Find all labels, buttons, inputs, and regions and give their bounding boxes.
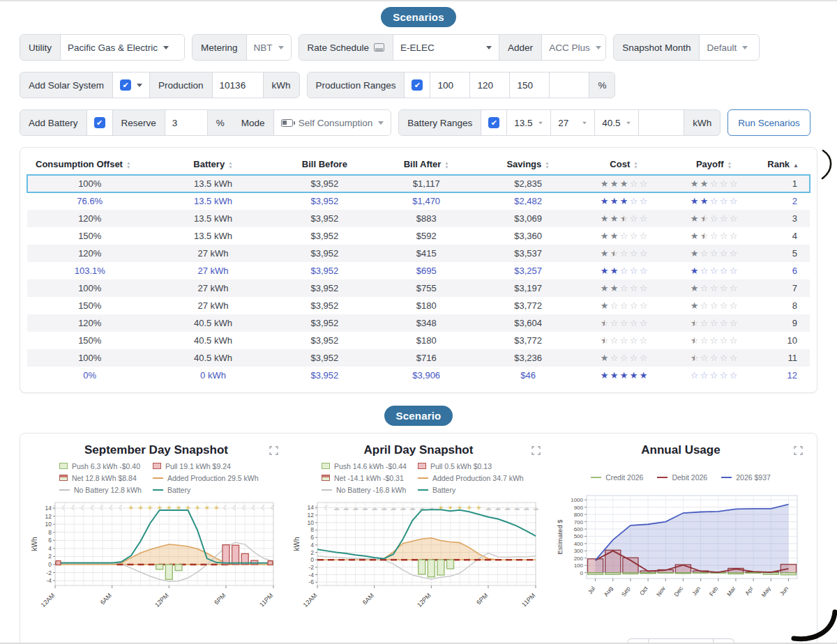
svg-text:☾: ☾ bbox=[232, 504, 239, 512]
column-header-cost[interactable]: Cost▲▼ bbox=[579, 152, 669, 175]
column-header-bill-after[interactable]: Bill After▲▼ bbox=[375, 152, 477, 175]
adder-select[interactable]: ACC Plus bbox=[541, 35, 605, 60]
svg-text:☁: ☁ bbox=[342, 504, 349, 512]
table-row[interactable]: 100%13.5 kWh$3,952$1,117$2,835★★★☆☆★★☆☆☆… bbox=[27, 175, 810, 192]
expand-icon[interactable] bbox=[794, 445, 803, 458]
table-row[interactable]: 100%27 kWh$3,952$755$3,197★★☆☆☆★☆☆☆☆7 bbox=[27, 279, 810, 297]
battery-range-2-input[interactable] bbox=[558, 118, 579, 128]
range1-cell bbox=[430, 72, 469, 98]
column-header-rank[interactable]: Rank▲ bbox=[759, 152, 810, 175]
svg-text:8: 8 bbox=[310, 526, 314, 533]
legend-swatch-icon bbox=[59, 475, 68, 481]
utility-select[interactable]: Pacific Gas & Electric bbox=[60, 35, 184, 60]
expand-icon[interactable] bbox=[269, 445, 278, 458]
legend-item: Added Production 29.5 kWh bbox=[153, 473, 259, 482]
battery-range-4-input[interactable] bbox=[646, 118, 677, 128]
legend-swatch-icon bbox=[418, 463, 426, 469]
metering-label: Metering bbox=[193, 35, 246, 60]
run-scenarios-button[interactable]: Run Scenarios bbox=[727, 109, 810, 136]
add-solar-checkbox[interactable]: ✔ bbox=[112, 72, 149, 98]
svg-text:☾: ☾ bbox=[252, 504, 258, 512]
table-row[interactable]: 103.1%27 kWh$3,952$695$3,257★★☆☆☆★☆☆☆☆6 bbox=[27, 262, 810, 279]
battery-range-3-input[interactable] bbox=[602, 118, 623, 128]
svg-text:☾: ☾ bbox=[109, 504, 115, 512]
svg-text:300: 300 bbox=[574, 548, 584, 554]
svg-text:6: 6 bbox=[310, 534, 314, 541]
annual-month-button[interactable]: July bbox=[649, 638, 713, 644]
add-battery-checkbox[interactable]: ✔ bbox=[86, 110, 112, 135]
rate-schedule-icon bbox=[374, 43, 384, 52]
table-row[interactable]: 120%27 kWh$3,952$415$3,537★☆★☆☆☆★☆☆☆☆5 bbox=[27, 245, 810, 262]
sort-icon: ▲▼ bbox=[444, 161, 448, 169]
svg-text:Oct: Oct bbox=[638, 585, 649, 597]
adder-label: Adder bbox=[499, 35, 541, 60]
table-row[interactable]: 0%0 kWh$3,952$3,906$46★★★★★☆☆☆☆☆12 bbox=[27, 367, 810, 384]
svg-text:6PM: 6PM bbox=[213, 592, 227, 606]
svg-text:Aug: Aug bbox=[603, 585, 614, 597]
svg-text:6AM: 6AM bbox=[99, 592, 113, 606]
star-rating: ★☆☆☆☆ bbox=[690, 249, 738, 258]
svg-text:☁: ☁ bbox=[371, 504, 378, 512]
star-rating: ★☆★☆☆☆ bbox=[690, 231, 738, 240]
battery-ranges-group: Battery Ranges ✔ kWh bbox=[398, 109, 721, 136]
svg-text:kWh: kWh bbox=[31, 537, 38, 551]
column-header-consumption-offset[interactable]: Consumption Offset▲▼ bbox=[27, 152, 153, 175]
sort-icon: ▲▼ bbox=[633, 161, 638, 169]
production-input[interactable] bbox=[220, 80, 256, 91]
production-ranges-checkbox[interactable]: ✔ bbox=[404, 72, 430, 98]
battery-range-1-input[interactable] bbox=[514, 118, 535, 128]
production-range-4-input[interactable] bbox=[557, 80, 582, 91]
svg-text:4: 4 bbox=[48, 545, 52, 552]
expand-icon[interactable] bbox=[531, 445, 541, 458]
table-row[interactable]: 150%40.5 kWh$3,952$180$3,772☆★☆☆☆☆☆★☆☆☆☆… bbox=[27, 332, 810, 349]
table-row[interactable]: 150%13.5 kWh$3,952$592$3,360★★☆☆☆★☆★☆☆☆4 bbox=[27, 227, 810, 245]
svg-text:Jul: Jul bbox=[587, 585, 596, 595]
svg-text:☁: ☁ bbox=[485, 504, 492, 512]
svg-text:-2: -2 bbox=[308, 564, 314, 571]
battery-ranges-unit: kWh bbox=[684, 110, 720, 135]
column-header-battery[interactable]: Battery▲▼ bbox=[153, 152, 274, 175]
production-range-1-input[interactable] bbox=[437, 80, 462, 91]
column-header-payoff[interactable]: Payoff▲▼ bbox=[669, 152, 759, 175]
production-range-3-input[interactable] bbox=[517, 80, 542, 91]
table-row[interactable]: 100%40.5 kWh$3,952$716$3,236★☆☆☆☆☆★☆☆☆☆1… bbox=[27, 349, 810, 367]
annual-next-button[interactable]: > bbox=[714, 638, 735, 644]
snapshot-month-select[interactable]: Default bbox=[699, 35, 759, 60]
svg-text:May: May bbox=[760, 585, 772, 599]
table-body: 100%13.5 kWh$3,952$1,117$2,835★★★☆☆★★☆☆☆… bbox=[27, 175, 810, 384]
production-label: Production bbox=[149, 72, 212, 98]
svg-text:14: 14 bbox=[45, 505, 52, 512]
legend-item: Net -14.1 kWh -$0.31 bbox=[322, 473, 407, 482]
star-rating: ★☆☆☆☆ bbox=[690, 266, 738, 275]
svg-text:2: 2 bbox=[310, 549, 314, 556]
legend-item: Pull 0.5 kWh $0.13 bbox=[418, 461, 524, 470]
rate-schedule-select[interactable]: E-ELEC bbox=[393, 35, 499, 60]
battery-icon bbox=[281, 119, 293, 127]
table-row[interactable]: 76.6%13.5 kWh$3,952$1,470$2,482★★★☆☆★★☆☆… bbox=[27, 192, 810, 210]
svg-text:0: 0 bbox=[580, 570, 584, 576]
legend-swatch-icon bbox=[59, 489, 70, 491]
column-header-savings[interactable]: Savings▲▼ bbox=[477, 152, 579, 175]
svg-text:☀: ☀ bbox=[213, 504, 220, 512]
chevron-down-icon bbox=[163, 46, 169, 49]
svg-text:Jun: Jun bbox=[778, 585, 790, 597]
mode-select[interactable]: Self Consumption bbox=[273, 110, 391, 135]
production-unit: kWh bbox=[263, 72, 299, 98]
battery-ranges-checkbox[interactable]: ✔ bbox=[481, 110, 506, 135]
reserve-input[interactable] bbox=[172, 118, 200, 128]
legend-swatch-icon bbox=[153, 489, 163, 491]
metering-select[interactable]: NBT bbox=[246, 35, 291, 60]
add-solar-group: Add Solar System ✔ Production kWh bbox=[20, 72, 300, 98]
table-row[interactable]: 120%13.5 kWh$3,952$883$3,069★★☆★☆☆★☆★☆☆☆… bbox=[27, 210, 810, 227]
legend-item: No Battery -16.8 kWh bbox=[322, 486, 407, 495]
star-rating: ★★☆☆☆ bbox=[600, 266, 648, 275]
range4-cell bbox=[549, 72, 589, 98]
scenario-page: Scenarios Utility Pacific Gas & Electric… bbox=[0, 1, 837, 644]
svg-text:12PM: 12PM bbox=[416, 592, 432, 608]
production-range-2-input[interactable] bbox=[477, 80, 502, 91]
table-header-row: Consumption Offset▲▼Battery▲▼Bill Before… bbox=[27, 152, 810, 175]
table-row[interactable]: 120%40.5 kWh$3,952$348$3,604☆★☆☆☆☆☆★☆☆☆☆… bbox=[27, 314, 810, 332]
svg-text:☾: ☾ bbox=[81, 504, 87, 512]
annual-prev-button[interactable]: < bbox=[627, 638, 649, 644]
table-row[interactable]: 150%27 kWh$3,952$180$3,772★☆☆☆☆★☆☆☆☆8 bbox=[27, 297, 810, 314]
